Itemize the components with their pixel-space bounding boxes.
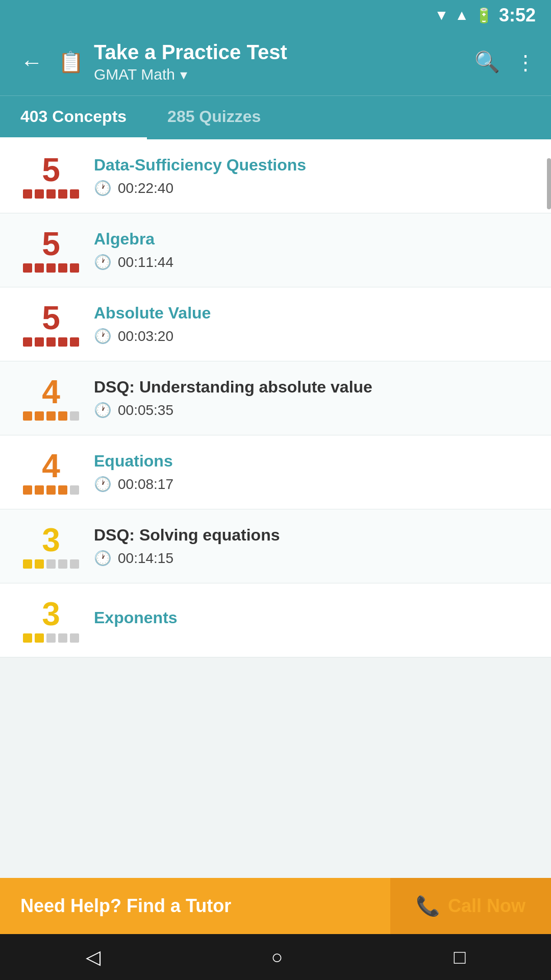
- score-block: 4: [20, 450, 82, 495]
- item-content: Exponents: [94, 608, 531, 632]
- item-time: 00:22:40: [118, 180, 173, 197]
- score-dot: [23, 411, 32, 421]
- nav-recent-button[interactable]: □: [454, 946, 466, 968]
- score-dot: [70, 263, 79, 273]
- list-item[interactable]: 5Data-Sufficiency Questions🕐00:22:40: [0, 139, 551, 213]
- battery-icon: 🔋: [475, 7, 493, 24]
- status-icons: ▼ ▲ 🔋 3:52: [435, 5, 536, 26]
- item-content: Equations🕐00:08:17: [94, 452, 531, 493]
- item-time: 00:11:44: [118, 254, 173, 271]
- call-now-label: Call Now: [448, 895, 525, 917]
- item-content: DSQ: Solving equations🕐00:14:15: [94, 526, 531, 567]
- call-now-button[interactable]: 📞 Call Now: [390, 878, 551, 934]
- score-dot: [23, 189, 32, 199]
- score-dot: [70, 485, 79, 495]
- list-item[interactable]: 3DSQ: Solving equations🕐00:14:15: [0, 509, 551, 583]
- clock-icon: 🕐: [94, 180, 112, 197]
- header-title: Take a Practice Test: [94, 41, 464, 64]
- header-subtitle: GMAT Math: [94, 66, 175, 83]
- item-content: Data-Sufficiency Questions🕐00:22:40: [94, 156, 531, 197]
- nav-bar: ◁ ○ □: [0, 934, 551, 980]
- item-meta: 🕐00:14:15: [94, 550, 531, 567]
- score-dot: [46, 189, 56, 199]
- item-meta: 🕐00:11:44: [94, 254, 531, 271]
- score-dot: [35, 633, 44, 643]
- list-item[interactable]: 4Equations🕐00:08:17: [0, 435, 551, 509]
- list-item[interactable]: 5Absolute Value🕐00:03:20: [0, 287, 551, 361]
- item-time: 00:14:15: [118, 550, 173, 567]
- score-dot: [23, 337, 32, 347]
- search-button[interactable]: 🔍: [474, 50, 500, 74]
- clock-icon: 🕐: [94, 328, 112, 345]
- list-item[interactable]: 5Algebra🕐00:11:44: [0, 213, 551, 287]
- find-tutor-banner[interactable]: Need Help? Find a Tutor: [0, 878, 390, 934]
- score-dot: [35, 189, 44, 199]
- score-dot: [46, 559, 56, 569]
- score-dots: [23, 411, 79, 421]
- item-title: Algebra: [94, 230, 531, 249]
- bottom-banner: Need Help? Find a Tutor 📞 Call Now: [0, 878, 551, 934]
- score-block: 5: [20, 302, 82, 347]
- clock-icon: 🕐: [94, 254, 112, 271]
- nav-back-button[interactable]: ◁: [86, 946, 101, 968]
- score-dot: [23, 559, 32, 569]
- item-meta: 🕐00:05:35: [94, 402, 531, 419]
- tabs-bar: 403 Concepts 285 Quizzes: [0, 95, 551, 139]
- score-dots: [23, 337, 79, 347]
- item-time: 00:08:17: [118, 476, 173, 493]
- score-dot: [35, 485, 44, 495]
- nav-home-button[interactable]: ○: [271, 946, 283, 968]
- header-icon: 📋: [58, 50, 84, 74]
- score-dot: [35, 263, 44, 273]
- clock-icon: 🕐: [94, 402, 112, 419]
- status-time: 3:52: [499, 5, 536, 26]
- score-dot: [58, 633, 67, 643]
- score-dot: [70, 559, 79, 569]
- score-dot: [35, 559, 44, 569]
- clock-icon: 🕐: [94, 476, 112, 493]
- score-dot: [70, 337, 79, 347]
- status-bar: ▼ ▲ 🔋 3:52: [0, 0, 551, 31]
- score-dot: [35, 337, 44, 347]
- score-dot: [46, 411, 56, 421]
- score-dot: [70, 411, 79, 421]
- score-dot: [46, 485, 56, 495]
- item-title: DSQ: Solving equations: [94, 526, 531, 545]
- clock-icon: 🕐: [94, 550, 112, 567]
- score-dot: [46, 633, 56, 643]
- score-dot: [58, 337, 67, 347]
- phone-icon: 📞: [416, 895, 440, 917]
- score-dots: [23, 633, 79, 643]
- header-title-group: Take a Practice Test GMAT Math ▾: [94, 41, 464, 83]
- item-time: 00:03:20: [118, 328, 173, 345]
- score-block: 5: [20, 228, 82, 273]
- score-dot: [58, 559, 67, 569]
- wifi-icon: ▼: [435, 7, 449, 23]
- item-title: Absolute Value: [94, 304, 531, 323]
- signal-icon: ▲: [455, 7, 469, 23]
- item-content: DSQ: Understanding absolute value🕐00:05:…: [94, 378, 531, 419]
- score-number: 5: [42, 228, 60, 260]
- list-item[interactable]: 4DSQ: Understanding absolute value🕐00:05…: [0, 361, 551, 435]
- header-actions: 🔍 ⋮: [474, 50, 536, 74]
- score-dot: [58, 263, 67, 273]
- tab-quizzes[interactable]: 285 Quizzes: [147, 96, 281, 139]
- app-header: ← 📋 Take a Practice Test GMAT Math ▾ 🔍 ⋮: [0, 31, 551, 95]
- back-button[interactable]: ←: [15, 50, 48, 75]
- item-meta: 🕐00:22:40: [94, 180, 531, 197]
- score-dot: [23, 263, 32, 273]
- tab-concepts[interactable]: 403 Concepts: [0, 96, 147, 139]
- more-options-button[interactable]: ⋮: [515, 51, 536, 74]
- score-dots: [23, 263, 79, 273]
- score-number: 4: [42, 376, 60, 408]
- banner-left-text: Need Help? Find a Tutor: [20, 895, 231, 917]
- score-dot: [46, 263, 56, 273]
- dropdown-arrow-icon[interactable]: ▾: [180, 66, 187, 83]
- item-title: DSQ: Understanding absolute value: [94, 378, 531, 397]
- score-dots: [23, 189, 79, 199]
- list-item[interactable]: 3Exponents: [0, 583, 551, 657]
- score-dot: [58, 485, 67, 495]
- item-meta: 🕐00:08:17: [94, 476, 531, 493]
- scroll-bar: [547, 158, 551, 209]
- item-title: Equations: [94, 452, 531, 471]
